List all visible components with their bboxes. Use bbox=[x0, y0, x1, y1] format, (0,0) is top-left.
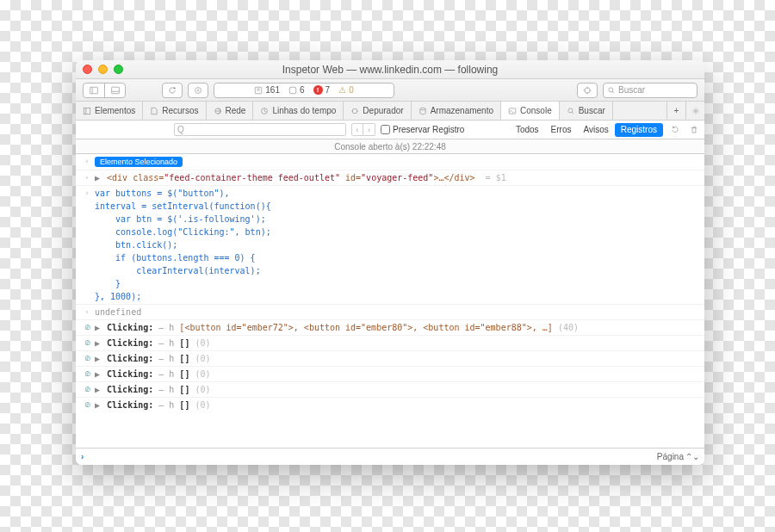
next-icon[interactable]: › bbox=[363, 123, 375, 136]
log-row-first[interactable]: ⎚ ▶ Clicking: – h [<button id="ember72">… bbox=[76, 320, 704, 336]
zoom-icon[interactable] bbox=[114, 65, 123, 74]
svg-line-15 bbox=[612, 91, 614, 93]
log-row[interactable]: ⎚ ▶ Clicking: – h [] (0) bbox=[76, 382, 704, 398]
seg-todos[interactable]: Todos bbox=[510, 123, 545, 137]
execution-context-selector[interactable]: Página ⌃⌄ bbox=[657, 452, 699, 461]
download-icon[interactable] bbox=[188, 83, 208, 98]
issues-count: 6 bbox=[288, 85, 305, 95]
minimize-icon[interactable] bbox=[98, 65, 108, 74]
tab-buscar[interactable]: Buscar bbox=[560, 102, 613, 120]
div-preview-row[interactable]: ‹ ▶ <div class="feed-container-theme fee… bbox=[76, 170, 704, 186]
console-filter-bar: Q ‹ › Preservar Registro Todos Erros Avi… bbox=[76, 121, 704, 139]
tab-linhas[interactable]: Linhas do tempo bbox=[253, 102, 344, 120]
trash-icon[interactable] bbox=[687, 123, 701, 137]
svg-point-14 bbox=[609, 87, 613, 91]
svg-rect-24 bbox=[509, 108, 516, 113]
tab-rede[interactable]: Rede bbox=[207, 102, 254, 120]
gear-icon[interactable] bbox=[685, 102, 704, 120]
svg-rect-16 bbox=[84, 108, 90, 114]
console-output[interactable]: › Elemento Selecionado ‹ ▶ <div class="f… bbox=[76, 154, 704, 448]
chevron-updown-icon: ⌃⌄ bbox=[685, 452, 699, 461]
errors-count: !7 bbox=[313, 85, 331, 95]
svg-rect-20 bbox=[353, 108, 357, 113]
prompt-chevron-icon[interactable]: › bbox=[81, 452, 84, 461]
tab-recursos[interactable]: Recursos bbox=[143, 102, 206, 120]
warnings-count: ⚠0 bbox=[338, 85, 354, 95]
script-input-row[interactable]: › var buttons = $("button"), interval = … bbox=[76, 186, 704, 305]
tab-elementos[interactable]: Elementos bbox=[76, 102, 143, 120]
log-row[interactable]: ⎚ ▶ Clicking: – h [] (0) bbox=[76, 336, 704, 351]
window-title: Inspetor Web — www.linkedin.com — follow… bbox=[282, 64, 499, 76]
console-open-status: Console aberto à(s) 22:22:48 bbox=[76, 139, 704, 154]
svg-rect-8 bbox=[289, 87, 296, 94]
inspect-element-icon[interactable] bbox=[577, 83, 598, 98]
svg-point-27 bbox=[694, 109, 697, 112]
main-toolbar: 161 6 !7 ⚠0 Buscar bbox=[76, 79, 704, 102]
undefined-row: ‹ undefined bbox=[76, 305, 704, 320]
warning-icon: ⚠ bbox=[338, 85, 346, 95]
search-icon bbox=[607, 86, 616, 95]
svg-rect-0 bbox=[90, 87, 98, 94]
svg-point-25 bbox=[568, 108, 573, 112]
panel-tabs: Elementos Recursos Rede Linhas do tempo … bbox=[76, 102, 704, 121]
new-tab-icon[interactable]: + bbox=[666, 102, 685, 120]
sidebar-bottom-icon[interactable] bbox=[104, 84, 125, 97]
selected-element-row: › Elemento Selecionado bbox=[76, 154, 704, 170]
console-filter-input[interactable]: Q bbox=[174, 123, 346, 136]
toolbar-search[interactable]: Buscar bbox=[603, 83, 698, 98]
seg-avisos[interactable]: Avisos bbox=[577, 123, 614, 137]
console-prompt-bar: › Página ⌃⌄ bbox=[76, 448, 704, 465]
refresh-icon[interactable] bbox=[668, 123, 682, 137]
svg-point-9 bbox=[585, 87, 590, 92]
preserve-log-checkbox[interactable]: Preservar Registro bbox=[381, 125, 464, 134]
traffic-lights bbox=[83, 65, 123, 74]
log-row[interactable]: ⎚ ▶ Clicking: – h [] (0) bbox=[76, 351, 704, 367]
address-summary[interactable]: 161 6 !7 ⚠0 bbox=[214, 83, 394, 98]
log-level-segment: Todos Erros Avisos Registros bbox=[510, 123, 663, 137]
tab-console[interactable]: Console bbox=[501, 102, 560, 120]
resources-count: 161 bbox=[254, 85, 280, 95]
svg-rect-2 bbox=[111, 87, 119, 94]
reload-icon[interactable] bbox=[162, 83, 183, 98]
error-icon: ! bbox=[313, 85, 323, 95]
prev-icon[interactable]: ‹ bbox=[351, 123, 363, 136]
layout-toggle bbox=[83, 83, 126, 98]
seg-registros[interactable]: Registros bbox=[615, 123, 663, 137]
log-row[interactable]: ⎚ ▶ Clicking: – h [] (0) bbox=[76, 367, 704, 382]
titlebar: Inspetor Web — www.linkedin.com — follow… bbox=[76, 60, 704, 79]
log-row[interactable]: ⎚ ▶ Clicking: – h [] (0) bbox=[76, 398, 704, 412]
devtools-window: Inspetor Web — www.linkedin.com — follow… bbox=[76, 60, 704, 465]
svg-point-23 bbox=[420, 108, 425, 110]
tab-armazenamento[interactable]: Armazenamento bbox=[412, 102, 501, 120]
sidebar-left-icon[interactable] bbox=[84, 84, 104, 97]
selected-element-badge: Elemento Selecionado bbox=[95, 157, 183, 167]
close-icon[interactable] bbox=[83, 65, 92, 74]
filter-nav: ‹ › bbox=[351, 123, 375, 136]
svg-line-26 bbox=[572, 112, 574, 114]
seg-erros[interactable]: Erros bbox=[545, 123, 578, 137]
tab-depurador[interactable]: Depurador bbox=[344, 102, 411, 120]
